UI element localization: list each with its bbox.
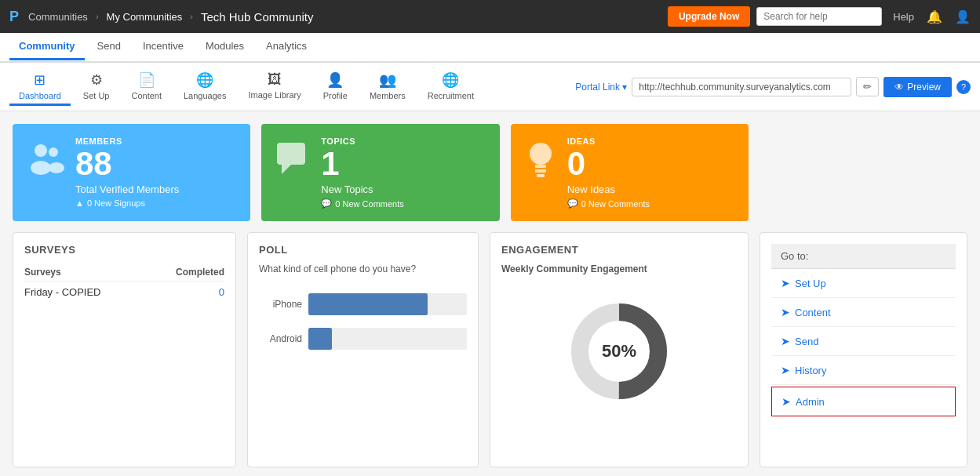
tab-incentive[interactable]: Incentive (133, 34, 193, 60)
toolbar-content-label: Content (131, 91, 162, 100)
goto-item-label: Send (795, 336, 818, 347)
poll-title: POLL (259, 244, 467, 256)
toolbar-languages[interactable]: 🌐 Languages (174, 68, 235, 106)
svg-point-0 (35, 144, 47, 157)
svg-rect-7 (535, 165, 546, 168)
my-communities-link[interactable]: My Communities (107, 11, 183, 23)
tab-send[interactable]: Send (88, 34, 130, 60)
portal-link-url-input[interactable] (632, 78, 851, 96)
bottom-row: SURVEYS Surveys Completed Friday - COPIE… (13, 232, 967, 467)
svg-point-1 (31, 161, 51, 175)
toolbar: ⊞ Dashboard ⚙ Set Up 📄 Content 🌐 Languag… (0, 63, 980, 111)
members-count: 88 (75, 147, 179, 180)
surveys-col-header: Surveys (24, 263, 147, 282)
toolbar-profile[interactable]: 👤 Profile (314, 68, 357, 106)
second-nav: Community Send Incentive Modules Analyti… (0, 33, 980, 63)
goto-arrow-icon: ➤ (781, 335, 790, 347)
preview-button[interactable]: 👁 Preview (883, 77, 952, 97)
bar-track (308, 293, 467, 315)
svg-point-2 (49, 147, 58, 157)
goto-item-history[interactable]: ➤History (771, 356, 956, 385)
edit-portal-link-button[interactable]: ✏ (856, 77, 879, 96)
toolbar-languages-label: Languages (184, 91, 226, 100)
portal-link-label[interactable]: Portal Link ▾ (575, 82, 627, 93)
table-row: Friday - COPIED0 (24, 282, 224, 303)
goto-item-send[interactable]: ➤Send (771, 327, 956, 356)
communities-link[interactable]: Communities (28, 11, 88, 23)
notifications-icon[interactable]: 🔔 (927, 9, 942, 24)
topics-desc: New Topics (321, 183, 403, 195)
members-card-content: MEMBERS 88 Total Verified Members ▲ 0 Ne… (75, 136, 179, 208)
upgrade-button[interactable]: Upgrade Now (668, 6, 750, 27)
goto-item-label: Admin (796, 396, 825, 408)
topics-count: 1 (321, 147, 403, 180)
goto-arrow-icon: ➤ (781, 395, 791, 408)
toolbar-content[interactable]: 📄 Content (122, 68, 171, 106)
goto-item-admin[interactable]: ➤Admin (771, 387, 956, 416)
svg-rect-9 (537, 174, 545, 177)
donut-pct-label: 50% (602, 341, 636, 362)
survey-completed: 0 (147, 282, 224, 303)
toolbar-members-label: Members (370, 91, 406, 100)
toolbar-recruitment-label: Recruitment (428, 91, 474, 100)
breadcrumb-chevron-1: › (96, 12, 99, 21)
toolbar-setup[interactable]: ⚙ Set Up (74, 68, 119, 106)
goto-item-set-up[interactable]: ➤Set Up (771, 269, 956, 298)
tab-community[interactable]: Community (9, 34, 85, 60)
ideas-stat-card: IDEAS 0 New Ideas 💬 0 New Comments (511, 124, 749, 221)
bar-label: Android (259, 333, 302, 344)
engagement-title: ENGAGEMENT (501, 244, 737, 256)
search-input[interactable] (756, 7, 882, 26)
portal-link-group: Portal Link ▾ ✏ 👁 Preview ? (575, 77, 971, 97)
members-card-icon (25, 140, 66, 187)
svg-rect-8 (535, 169, 546, 173)
topics-stat-card: TOPICS 1 New Topics 💬 0 New Comments (261, 124, 499, 221)
ideas-desc: New Ideas (567, 183, 650, 195)
poll-bar-chart: iPhone Android (259, 285, 467, 358)
ideas-count: 0 (567, 147, 650, 180)
preview-label: Preview (907, 82, 941, 93)
toolbar-setup-label: Set Up (83, 91, 110, 100)
donut-chart: 50% (564, 296, 674, 406)
goto-arrow-icon: ➤ (781, 364, 790, 376)
toolbar-profile-label: Profile (323, 91, 348, 100)
poll-bar-row: iPhone (259, 293, 467, 315)
survey-name: Friday - COPIED (24, 282, 147, 303)
goto-item-label: Content (795, 307, 831, 318)
toolbar-recruitment[interactable]: 🌐 Recruitment (418, 68, 483, 106)
toolbar-members[interactable]: 👥 Members (360, 68, 415, 106)
stat-cards: MEMBERS 88 Total Verified Members ▲ 0 Ne… (13, 124, 967, 221)
poll-question: What kind of cell phone do you have? (259, 263, 467, 274)
goto-arrow-icon: ➤ (781, 277, 790, 289)
top-right-spacer (760, 124, 967, 221)
user-avatar[interactable]: 👤 (955, 9, 971, 24)
toolbar-image-library[interactable]: 🖼 Image Library (239, 68, 310, 105)
surveys-panel: SURVEYS Surveys Completed Friday - COPIE… (13, 232, 236, 467)
dashboard-icon: ⊞ (34, 71, 46, 89)
members-sub-text: 0 New Signups (87, 198, 145, 208)
eye-icon: 👁 (894, 82, 904, 93)
bar-label: iPhone (259, 299, 302, 310)
surveys-title: SURVEYS (24, 244, 224, 256)
members-stat-card: MEMBERS 88 Total Verified Members ▲ 0 Ne… (13, 124, 250, 221)
topics-sub-text: 0 New Comments (335, 199, 403, 209)
toolbar-dashboard-label: Dashboard (19, 91, 61, 100)
recruitment-icon: 🌐 (442, 71, 459, 89)
top-nav: P Communities › My Communities › Tech Hu… (0, 0, 980, 33)
ideas-card-icon (523, 140, 558, 187)
help-icon[interactable]: ? (956, 80, 971, 94)
goto-title: Go to: (771, 244, 956, 269)
members-icon: 👥 (379, 71, 396, 89)
goto-item-content[interactable]: ➤Content (771, 298, 956, 327)
poll-panel: POLL What kind of cell phone do you have… (247, 232, 479, 467)
toolbar-image-library-label: Image Library (248, 90, 301, 100)
tab-analytics[interactable]: Analytics (257, 34, 316, 60)
tab-modules[interactable]: Modules (196, 34, 253, 60)
surveys-table: Surveys Completed Friday - COPIED0 (24, 263, 224, 303)
topics-card-icon (274, 140, 311, 184)
poll-bar-row: Android (259, 328, 467, 350)
goto-arrow-icon: ➤ (781, 306, 790, 318)
goto-item-label: Set Up (795, 278, 826, 289)
page-title: Tech Hub Community (201, 10, 313, 24)
toolbar-dashboard[interactable]: ⊞ Dashboard (9, 68, 71, 106)
